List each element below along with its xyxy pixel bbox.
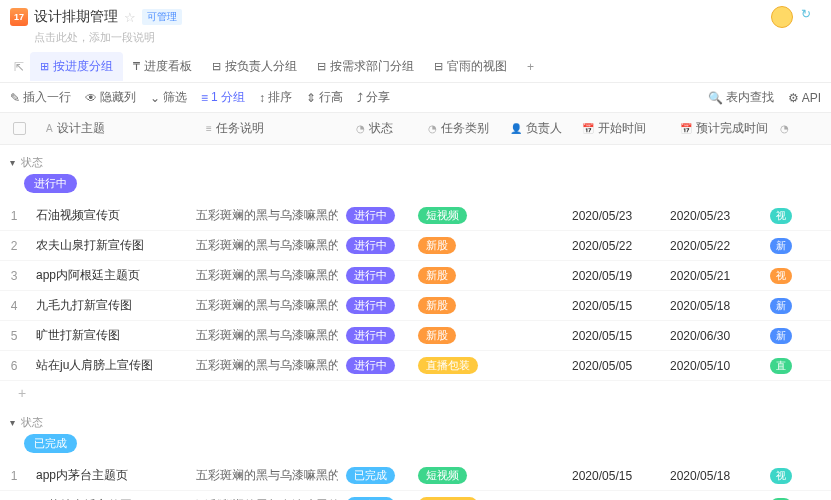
cell-category[interactable]: 短视频 xyxy=(410,207,492,224)
cell-status[interactable]: 进行中 xyxy=(338,207,410,224)
cell-desc[interactable]: 五彩斑斓的黑与乌漆嘛黑的白，... xyxy=(188,297,338,314)
group-header[interactable]: ▾状态 xyxy=(0,409,831,432)
cell-start[interactable]: 2020/05/15 xyxy=(564,329,662,343)
cell-start[interactable]: 2020/05/05 xyxy=(564,359,662,373)
cell-category[interactable]: 直播包装 xyxy=(410,357,492,374)
cell-start[interactable]: 2020/05/15 xyxy=(564,299,662,313)
chevron-down-icon[interactable]: ▾ xyxy=(10,157,15,168)
filter[interactable]: ⌄ 筛选 xyxy=(150,89,187,106)
table-row[interactable]: 1 石油视频宣传页 五彩斑斓的黑与乌漆嘛黑的白，... 进行中 短视频 2020… xyxy=(0,201,831,231)
cell-status[interactable]: 进行中 xyxy=(338,237,410,254)
select-all-checkbox[interactable] xyxy=(13,122,26,135)
cell-desc[interactable]: 五彩斑斓的黑与乌漆嘛黑的白，... xyxy=(188,467,338,484)
cell-category[interactable]: 新股 xyxy=(410,327,492,344)
cell-end[interactable]: 2020/05/23 xyxy=(662,209,762,223)
cell-extra[interactable]: 新 xyxy=(762,298,792,314)
cell-status[interactable]: 进行中 xyxy=(338,267,410,284)
tab-0[interactable]: ⊞按进度分组 xyxy=(30,52,123,81)
cell-category[interactable]: 新股 xyxy=(410,267,492,284)
cell-extra[interactable]: 直 xyxy=(762,358,792,374)
cell-desc[interactable]: 五彩斑斓的黑与乌漆嘛黑的白，... xyxy=(188,267,338,284)
cell-status[interactable]: 进行中 xyxy=(338,357,410,374)
table-row[interactable]: 2 农夫山泉打新宣传图 五彩斑斓的黑与乌漆嘛黑的白，... 进行中 新股 202… xyxy=(0,231,831,261)
cell-desc[interactable]: 五彩斑斓的黑与乌漆嘛黑的白，... xyxy=(188,207,338,224)
group-header[interactable]: ▾状态 xyxy=(0,149,831,172)
cell-title[interactable]: 石油视频宣传页 xyxy=(28,207,188,224)
cell-status[interactable]: 已完成 xyxy=(338,467,410,484)
table-row[interactable]: 1 app内茅台主题页 五彩斑斓的黑与乌漆嘛黑的白，... 已完成 短视频 20… xyxy=(0,461,831,491)
sort[interactable]: ↕ 排序 xyxy=(259,89,292,106)
cell-end[interactable]: 2020/05/18 xyxy=(662,299,762,313)
tab-2[interactable]: ⊟按负责人分组 xyxy=(202,52,307,81)
col-desc[interactable]: ≡任务说明 xyxy=(198,120,348,137)
group-pill[interactable]: 进行中 xyxy=(24,174,77,193)
group[interactable]: ≡ 1 分组 xyxy=(201,89,245,106)
doc-title[interactable]: 设计排期管理 xyxy=(34,8,118,26)
cell-end[interactable]: 2020/05/21 xyxy=(662,269,762,283)
cell-title[interactable]: app内阿根廷主题页 xyxy=(28,267,188,284)
tab-3[interactable]: ⊟按需求部门分组 xyxy=(307,52,424,81)
row-height[interactable]: ⇕ 行高 xyxy=(306,89,343,106)
cell-status[interactable]: 进行中 xyxy=(338,327,410,344)
chevron-down-icon[interactable]: ▾ xyxy=(10,417,15,428)
row-number: 3 xyxy=(0,269,28,283)
sync-icon[interactable]: ↻ xyxy=(801,7,821,27)
permission-badge[interactable]: 可管理 xyxy=(142,9,182,25)
col-more[interactable]: ◔ xyxy=(772,123,802,134)
search-in-table[interactable]: 🔍 表内查找 xyxy=(708,89,774,106)
star-icon[interactable]: ☆ xyxy=(124,10,136,25)
cell-start[interactable]: 2020/05/22 xyxy=(564,239,662,253)
tab-1[interactable]: ₸进度看板 xyxy=(123,52,202,81)
cell-title[interactable]: 旷世打新宣传图 xyxy=(28,327,188,344)
avatar[interactable] xyxy=(771,6,793,28)
expand-icon[interactable]: ⇱ xyxy=(10,56,28,78)
cell-end[interactable]: 2020/05/18 xyxy=(662,469,762,483)
cell-extra[interactable]: 新 xyxy=(762,238,792,254)
cell-title[interactable]: 农夫山泉打新宣传图 xyxy=(28,237,188,254)
cell-extra[interactable]: 新 xyxy=(762,328,792,344)
col-category[interactable]: ◔任务类别 xyxy=(420,120,502,137)
table-row[interactable]: 4 九毛九打新宣传图 五彩斑斓的黑与乌漆嘛黑的白，... 进行中 新股 2020… xyxy=(0,291,831,321)
cell-end[interactable]: 2020/06/30 xyxy=(662,329,762,343)
group-pill[interactable]: 已完成 xyxy=(24,434,77,453)
doc-icon: 17 xyxy=(10,8,28,26)
cell-category[interactable]: 新股 xyxy=(410,297,492,314)
cell-start[interactable]: 2020/05/19 xyxy=(564,269,662,283)
table-row[interactable]: 6 站在ju人肩膀上宣传图 五彩斑斓的黑与乌漆嘛黑的白，... 进行中 直播包装… xyxy=(0,351,831,381)
hide-columns[interactable]: 👁 隐藏列 xyxy=(85,89,136,106)
cell-desc[interactable]: 五彩斑斓的黑与乌漆嘛黑的白，... xyxy=(188,357,338,374)
cell-desc[interactable]: 五彩斑斓的黑与乌漆嘛黑的白，... xyxy=(188,327,338,344)
view-tabs: ⇱ ⊞按进度分组₸进度看板⊟按负责人分组⊟按需求部门分组⊟官雨的视图 + xyxy=(0,51,831,83)
cell-title[interactable]: 站在ju人肩膀上宣传图 xyxy=(28,357,188,374)
col-title[interactable]: A设计主题 xyxy=(38,120,198,137)
add-row[interactable]: + xyxy=(0,381,831,405)
tab-4[interactable]: ⊟官雨的视图 xyxy=(424,52,517,81)
cell-category[interactable]: 新股 xyxy=(410,237,492,254)
cell-title[interactable]: 九毛九打新宣传图 xyxy=(28,297,188,314)
cell-end[interactable]: 2020/05/10 xyxy=(662,359,762,373)
table-header: A设计主题 ≡任务说明 ◔状态 ◔任务类别 👤负责人 📅开始时间 📅预计完成时间… xyxy=(0,113,831,145)
col-start[interactable]: 📅开始时间 xyxy=(574,120,672,137)
cell-start[interactable]: 2020/05/15 xyxy=(564,469,662,483)
api[interactable]: ⚙ API xyxy=(788,89,821,106)
table-row[interactable]: 2 巴菲特直播宣传图 五彩斑斓的黑与乌漆嘛黑的白，... 已完成 直播包装 20… xyxy=(0,491,831,500)
insert-row[interactable]: ✎ 插入一行 xyxy=(10,89,71,106)
cell-category[interactable]: 短视频 xyxy=(410,467,492,484)
table-row[interactable]: 5 旷世打新宣传图 五彩斑斓的黑与乌漆嘛黑的白，... 进行中 新股 2020/… xyxy=(0,321,831,351)
cell-end[interactable]: 2020/05/22 xyxy=(662,239,762,253)
share[interactable]: ⤴ 分享 xyxy=(357,89,390,106)
col-owner[interactable]: 👤负责人 xyxy=(502,120,574,137)
cell-extra[interactable]: 视 xyxy=(762,268,792,284)
cell-start[interactable]: 2020/05/23 xyxy=(564,209,662,223)
doc-subtitle[interactable]: 点击此处，添加一段说明 xyxy=(0,30,831,51)
cell-extra[interactable]: 视 xyxy=(762,208,792,224)
col-end[interactable]: 📅预计完成时间 xyxy=(672,120,772,137)
cell-status[interactable]: 进行中 xyxy=(338,297,410,314)
col-status[interactable]: ◔状态 xyxy=(348,120,420,137)
row-number: 1 xyxy=(0,469,28,483)
cell-extra[interactable]: 视 xyxy=(762,468,792,484)
table-row[interactable]: 3 app内阿根廷主题页 五彩斑斓的黑与乌漆嘛黑的白，... 进行中 新股 20… xyxy=(0,261,831,291)
add-tab[interactable]: + xyxy=(519,56,542,78)
cell-title[interactable]: app内茅台主题页 xyxy=(28,467,188,484)
cell-desc[interactable]: 五彩斑斓的黑与乌漆嘛黑的白，... xyxy=(188,237,338,254)
